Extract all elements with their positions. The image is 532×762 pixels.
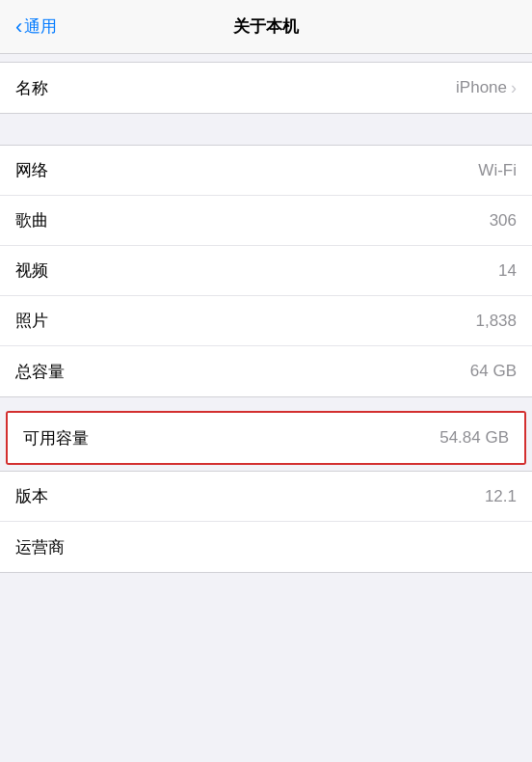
videos-value: 14 — [498, 261, 517, 281]
songs-label: 歌曲 — [15, 209, 48, 231]
photos-label: 照片 — [15, 310, 48, 332]
photos-value: 1,838 — [475, 312, 517, 331]
version-section: 版本 12.1 运营商 — [0, 471, 532, 573]
version-value: 12.1 — [485, 487, 517, 506]
available-capacity-label: 可用容量 — [23, 427, 89, 449]
available-section-wrapper: 可用容量 54.84 GB — [0, 405, 532, 471]
name-value: iPhone › — [456, 78, 517, 98]
videos-row: 视频 14 — [0, 246, 532, 296]
total-capacity-row: 总容量 64 GB — [0, 346, 532, 396]
network-label: 网络 — [15, 159, 48, 181]
name-chevron-icon: › — [511, 78, 517, 98]
back-chevron-icon: ‹ — [15, 16, 22, 38]
songs-row: 歌曲 306 — [0, 196, 532, 246]
content: 名称 iPhone › 网络 Wi-Fi 歌曲 306 视频 14 照片 1,8… — [0, 54, 532, 573]
videos-label: 视频 — [15, 259, 48, 282]
carrier-label: 运营商 — [15, 536, 65, 558]
name-value-text: iPhone — [456, 78, 507, 97]
name-section: 名称 iPhone › — [0, 62, 532, 114]
nav-bar: ‹ 通用 关于本机 — [0, 0, 532, 54]
info-section: 网络 Wi-Fi 歌曲 306 视频 14 照片 1,838 总容量 64 GB — [0, 145, 532, 397]
version-row: 版本 12.1 — [0, 472, 532, 522]
network-value: Wi-Fi — [478, 161, 517, 180]
total-capacity-value: 64 GB — [470, 362, 517, 381]
available-capacity-value: 54.84 GB — [439, 428, 509, 448]
back-button[interactable]: ‹ 通用 — [15, 15, 57, 38]
name-label: 名称 — [15, 77, 48, 99]
page-title: 关于本机 — [233, 15, 299, 38]
carrier-row: 运营商 — [0, 522, 532, 572]
section-gap-1 — [0, 122, 532, 145]
network-row: 网络 Wi-Fi — [0, 146, 532, 196]
songs-value: 306 — [490, 211, 517, 231]
version-label: 版本 — [15, 485, 48, 507]
name-row[interactable]: 名称 iPhone › — [0, 63, 532, 113]
available-highlight-border: 可用容量 54.84 GB — [6, 411, 526, 465]
back-label: 通用 — [24, 15, 57, 38]
total-capacity-label: 总容量 — [15, 361, 65, 383]
photos-row: 照片 1,838 — [0, 296, 532, 346]
available-capacity-row: 可用容量 54.84 GB — [8, 413, 524, 463]
